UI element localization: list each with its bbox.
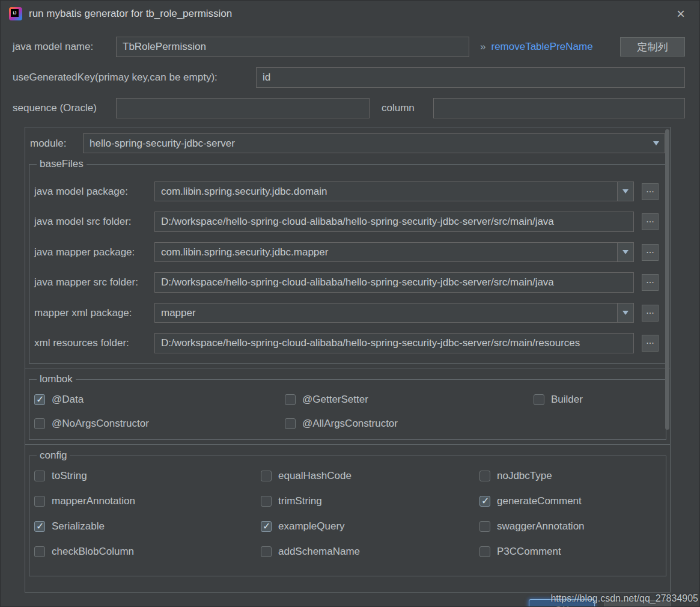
checkbox-gettersetter[interactable]: @GetterSetter xyxy=(285,394,534,406)
checkbox-icon xyxy=(34,546,45,557)
java-model-package-combobox[interactable] xyxy=(154,181,634,201)
checkbox-icon xyxy=(261,521,272,532)
module-row: module: hello-spring-security-jdbc-serve… xyxy=(25,127,670,153)
checkbox-tostring[interactable]: toString xyxy=(34,470,261,482)
checkbox-builder[interactable]: Builder xyxy=(534,394,659,406)
lombok-checkbox-grid: @Data @GetterSetter Builder @NoArgsConst… xyxy=(34,394,659,430)
checkbox-noargsconstructor[interactable]: @NoArgsConstructor xyxy=(34,418,285,430)
custom-column-button[interactable]: 定制列 xyxy=(620,37,685,56)
chevron-down-icon[interactable] xyxy=(617,243,633,261)
dialog-footer: OK Cancel xyxy=(13,593,685,607)
chevron-down-icon[interactable] xyxy=(617,182,633,201)
mapper-xml-package-combobox[interactable] xyxy=(154,303,634,323)
run-mybatis-generator-dialog: IJ run mybatis generator for tb_role_per… xyxy=(0,0,700,607)
browse-button[interactable]: ... xyxy=(642,274,659,291)
java-model-name-input[interactable] xyxy=(116,37,469,57)
checkbox-examplequery[interactable]: exampleQuery xyxy=(261,520,479,532)
checkbox-generatecomment[interactable]: generateComment xyxy=(479,495,659,507)
checkbox-addschemaname[interactable]: addSchemaName xyxy=(261,546,479,558)
browse-button[interactable]: ... xyxy=(642,305,659,322)
checkbox-serializable[interactable]: Serializable xyxy=(34,520,261,532)
basefiles-legend: baseFiles xyxy=(37,158,87,170)
java-mapper-package-label: java mapper package: xyxy=(34,246,154,258)
java-model-name-label: java model name: xyxy=(13,41,116,53)
column-input[interactable] xyxy=(433,98,685,118)
sequence-input[interactable] xyxy=(116,98,370,118)
checkbox-checkblobcolumn[interactable]: checkBlobColumn xyxy=(34,546,261,558)
java-mapper-src-folder-field xyxy=(154,272,634,293)
checkbox-icon xyxy=(479,546,490,557)
checkbox-label: mapperAnnotation xyxy=(52,495,135,507)
java-model-src-folder-field xyxy=(154,212,634,232)
close-icon[interactable]: × xyxy=(677,7,685,21)
java-mapper-src-folder-input[interactable] xyxy=(155,273,633,292)
module-combobox[interactable]: hello-spring-security-jdbc-server xyxy=(83,133,665,153)
checkbox-nojdbctype[interactable]: noJdbcType xyxy=(479,470,659,482)
module-value: hello-spring-security-jdbc-server xyxy=(84,138,648,150)
checkbox-icon xyxy=(479,521,490,532)
checkbox-p3ccomment[interactable]: P3CComment xyxy=(479,546,659,558)
checkbox-icon xyxy=(34,418,45,429)
checkbox-trimstring[interactable]: trimString xyxy=(261,495,479,507)
checkbox-label: noJdbcType xyxy=(497,470,552,482)
cancel-button[interactable]: Cancel xyxy=(604,600,671,607)
column-label: column xyxy=(382,102,421,114)
browse-button[interactable]: ... xyxy=(642,213,659,230)
checkbox-swaggerannotation[interactable]: swaggerAnnotation xyxy=(479,520,659,532)
checkbox-label: swaggerAnnotation xyxy=(497,520,585,532)
browse-button[interactable]: ... xyxy=(642,183,659,200)
checkbox-data[interactable]: @Data xyxy=(34,394,285,406)
checkbox-label: P3CComment xyxy=(497,546,561,558)
vertical-scrollbar[interactable] xyxy=(665,129,669,430)
checkbox-icon xyxy=(261,496,272,507)
sequence-label: sequence (Oracle) xyxy=(13,102,116,114)
checkbox-label: trimString xyxy=(278,495,322,507)
config-legend: config xyxy=(37,450,70,462)
ok-button[interactable]: OK xyxy=(529,599,595,607)
checkbox-label: equalHashCode xyxy=(278,470,352,482)
checkbox-label: generateComment xyxy=(497,495,582,507)
checkbox-label: @Data xyxy=(52,394,84,406)
mapper-xml-package-label: mapper xml package: xyxy=(34,307,154,319)
java-model-src-folder-row: java model src folder: ... xyxy=(34,212,659,232)
checkbox-icon xyxy=(261,471,272,481)
xml-resources-folder-input[interactable] xyxy=(155,334,633,353)
checkbox-icon xyxy=(534,394,544,405)
lombok-group: lombok @Data @GetterSetter Builder xyxy=(29,373,666,440)
java-mapper-package-combobox[interactable] xyxy=(154,242,634,262)
remove-table-prename-link[interactable]: removeTablePreName xyxy=(491,41,592,53)
checkbox-icon xyxy=(34,521,45,532)
checkbox-label: Serializable xyxy=(52,520,105,532)
browse-button[interactable]: ... xyxy=(642,244,659,261)
checkbox-label: addSchemaName xyxy=(278,546,360,558)
mapper-xml-package-input[interactable] xyxy=(155,304,617,322)
mapper-xml-package-row: mapper xml package: ... xyxy=(34,303,659,323)
checkbox-label: @NoArgsConstructor xyxy=(52,418,149,430)
double-chevron-icon: » xyxy=(480,41,485,53)
checkbox-icon xyxy=(34,394,45,405)
java-mapper-package-input[interactable] xyxy=(155,243,617,261)
java-model-src-folder-input[interactable] xyxy=(155,212,633,231)
checkbox-icon xyxy=(261,546,272,557)
xml-resources-folder-field xyxy=(154,333,634,353)
intellij-logo-text: IJ xyxy=(11,9,19,17)
checkbox-label: @AllArgsConstructor xyxy=(302,418,398,430)
chevron-down-icon[interactable] xyxy=(617,304,633,322)
java-model-package-input[interactable] xyxy=(155,182,617,201)
checkbox-allargsconstructor[interactable]: @AllArgsConstructor xyxy=(285,418,534,430)
dialog-content: java model name: » removeTablePreName 定制… xyxy=(1,37,699,607)
xml-resources-folder-row: xml resources folder: ... xyxy=(34,333,659,353)
config-checkbox-grid: toString equalHashCode noJdbcType mapper… xyxy=(34,470,659,558)
basefiles-group: baseFiles java model package: ... java m… xyxy=(29,158,666,364)
checkbox-mapperannotation[interactable]: mapperAnnotation xyxy=(34,495,261,507)
use-generated-key-input[interactable] xyxy=(256,67,685,88)
checkbox-icon xyxy=(285,394,296,405)
checkbox-label: exampleQuery xyxy=(278,520,345,532)
java-mapper-package-row: java mapper package: ... xyxy=(34,242,659,262)
checkbox-icon xyxy=(479,471,490,481)
checkbox-equalhashcode[interactable]: equalHashCode xyxy=(261,470,479,482)
use-generated-key-label: useGeneratedKey(primay key,can be empty)… xyxy=(13,72,256,84)
section-divider xyxy=(25,368,670,368)
browse-button[interactable]: ... xyxy=(642,335,659,352)
chevron-down-icon[interactable] xyxy=(648,141,665,145)
